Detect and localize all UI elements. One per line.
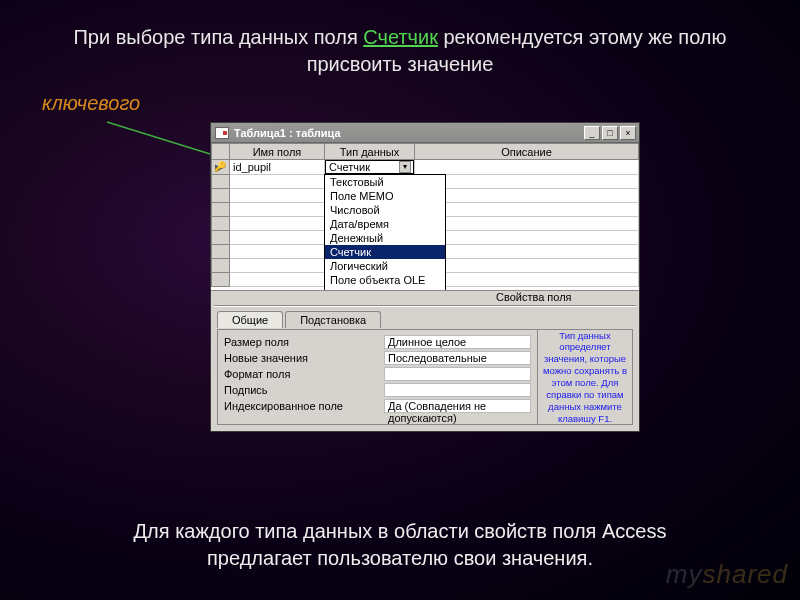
- property-value[interactable]: [384, 367, 531, 381]
- bottom-line2: предлагает пользователю свои значения.: [60, 545, 740, 572]
- row-selector-header: [212, 144, 230, 160]
- property-row[interactable]: Формат поля: [224, 366, 531, 382]
- property-value[interactable]: Последовательные: [384, 351, 531, 365]
- tab-general[interactable]: Общие: [217, 311, 283, 328]
- intro-part1: При выборе типа данных поля: [73, 26, 363, 48]
- field-name-cell[interactable]: id_pupil: [230, 160, 325, 175]
- table-icon: [215, 127, 229, 139]
- maximize-button[interactable]: □: [602, 126, 618, 140]
- field-properties-panel: Размер поля Длинное целое Новые значения…: [217, 329, 633, 425]
- column-header-desc[interactable]: Описание: [415, 144, 639, 160]
- bottom-line1: Для каждого типа данных в области свойст…: [60, 518, 740, 545]
- primary-key-icon: 🔑: [214, 161, 226, 172]
- watermark: myshared: [666, 559, 788, 590]
- property-row[interactable]: Индексированное поле Да (Совпадения не д…: [224, 398, 531, 414]
- property-label: Формат поля: [224, 368, 384, 380]
- design-grid: Имя поля Тип данных Описание 🔑 ▶ id_pupi…: [211, 143, 639, 291]
- property-label: Размер поля: [224, 336, 384, 348]
- minimize-button[interactable]: _: [584, 126, 600, 140]
- slide-intro-text: При выборе типа данных поля Счетчик реко…: [0, 0, 800, 82]
- data-type-combobox[interactable]: Счетчик ▾: [325, 160, 414, 174]
- chevron-down-icon[interactable]: ▾: [399, 161, 411, 173]
- property-tabs: Общие Подстановка: [217, 311, 383, 328]
- panel-divider: [214, 305, 636, 307]
- property-row[interactable]: Размер поля Длинное целое: [224, 334, 531, 350]
- property-value[interactable]: Длинное целое: [384, 335, 531, 349]
- dropdown-option[interactable]: Дата/время: [325, 217, 445, 231]
- property-help-text: Тип данных определяет значения, которые …: [537, 330, 632, 424]
- dropdown-option[interactable]: Поле МЕМО: [325, 189, 445, 203]
- access-table-design-window: Таблица1 : таблица _ □ × Имя поля Тип да…: [210, 122, 640, 432]
- properties-list: Размер поля Длинное целое Новые значения…: [218, 330, 537, 424]
- column-header-type[interactable]: Тип данных: [325, 144, 415, 160]
- data-type-selected: Счетчик: [329, 161, 370, 173]
- property-value[interactable]: [384, 383, 531, 397]
- tab-lookup[interactable]: Подстановка: [285, 311, 381, 328]
- data-type-cell[interactable]: Счетчик ▾ Текстовый Поле МЕМО Числовой Д…: [325, 160, 415, 175]
- table-row[interactable]: 🔑 ▶ id_pupil Счетчик ▾ Текстовый Поле МЕ…: [212, 160, 639, 175]
- dropdown-option[interactable]: Денежный: [325, 231, 445, 245]
- svg-line-0: [107, 122, 223, 158]
- close-button[interactable]: ×: [620, 126, 636, 140]
- property-row[interactable]: Подпись: [224, 382, 531, 398]
- dropdown-option[interactable]: Текстовый: [325, 175, 445, 189]
- field-properties-label: Свойства поля: [496, 291, 572, 303]
- window-title: Таблица1 : таблица: [234, 127, 341, 139]
- property-label: Подпись: [224, 384, 384, 396]
- data-type-dropdown[interactable]: Текстовый Поле МЕМО Числовой Дата/время …: [324, 174, 446, 291]
- description-cell[interactable]: [415, 160, 639, 175]
- property-value[interactable]: Да (Совпадения не допускаются): [384, 399, 531, 413]
- dropdown-option[interactable]: Логический: [325, 259, 445, 273]
- row-selector[interactable]: 🔑 ▶: [212, 160, 230, 175]
- property-row[interactable]: Новые значения Последовательные: [224, 350, 531, 366]
- key-keyword: ключевого: [42, 92, 140, 115]
- property-label: Индексированное поле: [224, 400, 384, 412]
- window-titlebar[interactable]: Таблица1 : таблица _ □ ×: [211, 123, 639, 143]
- property-label: Новые значения: [224, 352, 384, 364]
- dropdown-option-selected[interactable]: Счетчик: [325, 245, 445, 259]
- column-header-name[interactable]: Имя поля: [230, 144, 325, 160]
- dropdown-option[interactable]: Числовой: [325, 203, 445, 217]
- grid-header-row: Имя поля Тип данных Описание: [212, 144, 639, 160]
- dropdown-option[interactable]: Гиперссылка: [325, 287, 445, 291]
- counter-keyword: Счетчик: [363, 26, 438, 48]
- dropdown-option[interactable]: Поле объекта OLE: [325, 273, 445, 287]
